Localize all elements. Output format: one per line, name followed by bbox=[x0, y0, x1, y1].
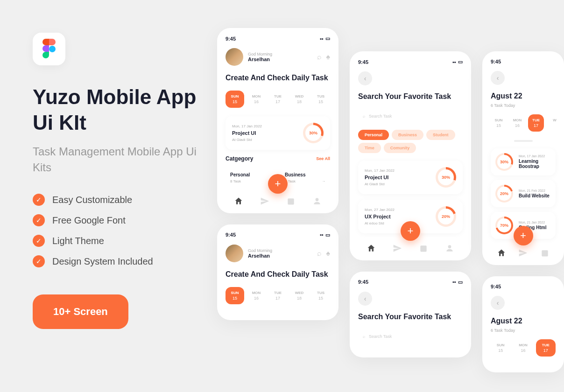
svg-rect-5 bbox=[542, 250, 548, 256]
filter-chip[interactable]: Personal bbox=[358, 130, 389, 140]
drag-handle[interactable] bbox=[514, 140, 533, 142]
home-icon[interactable] bbox=[497, 248, 506, 258]
progress-ring: 70% bbox=[495, 217, 513, 234]
phone-search-2: 9:45▪▪▭ ‹ Search Your Favorite Task ⌕Sea… bbox=[350, 272, 471, 357]
task-row[interactable]: 30%Mon, 17 Jan 2022Learning Boostrap bbox=[491, 148, 556, 175]
svg-point-2 bbox=[316, 198, 319, 201]
day-item[interactable]: SUN15 bbox=[226, 91, 244, 108]
arrow-right-icon: → bbox=[322, 179, 325, 183]
feature-item: ✓Light Theme bbox=[33, 235, 203, 247]
day-item[interactable]: TUE17 bbox=[268, 287, 287, 304]
phone-calendar: 9:45 ‹ Agust 22 6 Task Today SUN15 MON16… bbox=[482, 51, 564, 265]
search-icon[interactable]: ⌕ bbox=[317, 53, 322, 61]
search-input[interactable]: ⌕Search Task bbox=[358, 109, 463, 123]
add-button[interactable]: + bbox=[268, 174, 288, 194]
task-card[interactable]: Mon, 17 Jan 2022Project UIAt Gladi Std30… bbox=[358, 161, 463, 194]
calendar-icon[interactable] bbox=[540, 248, 550, 258]
status-bar: 9:45▪▪▭ bbox=[358, 59, 463, 65]
calendar-title: Agust 22 bbox=[491, 91, 556, 101]
svg-rect-1 bbox=[288, 198, 294, 204]
back-button[interactable]: ‹ bbox=[491, 71, 505, 85]
send-icon[interactable] bbox=[260, 196, 269, 206]
avatar[interactable] bbox=[226, 48, 243, 66]
figma-logo bbox=[33, 33, 65, 65]
search-icon: ⌕ bbox=[363, 334, 365, 339]
profile-icon[interactable] bbox=[312, 196, 322, 206]
see-all-link[interactable]: See All bbox=[316, 156, 330, 161]
calendar-icon[interactable] bbox=[419, 244, 428, 253]
feature-item: ✓Design System Included bbox=[33, 255, 203, 267]
category-item[interactable]: Business6 Task→ bbox=[280, 168, 330, 188]
day-item[interactable]: TUE17 bbox=[528, 114, 544, 132]
product-title: Yuzo Mobile App Ui KIt bbox=[33, 84, 203, 135]
day-item[interactable]: SUN15 bbox=[491, 114, 507, 132]
profile-icon[interactable] bbox=[445, 244, 454, 253]
search-heading: Search Your Favorite Task bbox=[358, 92, 463, 102]
add-button[interactable]: + bbox=[514, 226, 533, 245]
day-item[interactable]: SUN15 bbox=[491, 339, 510, 357]
cta-button[interactable]: 10+ Screen bbox=[33, 294, 128, 329]
task-card[interactable]: Mon, 17 Jan 2022Project UIAt Gladi Std 3… bbox=[226, 116, 330, 150]
filter-chip[interactable]: Comunity bbox=[384, 143, 416, 153]
day-item[interactable]: MON16 bbox=[247, 287, 266, 304]
feature-item: ✓Easy Customizable bbox=[33, 194, 203, 206]
filter-chip[interactable]: Business bbox=[392, 130, 423, 140]
day-item[interactable]: W bbox=[547, 114, 563, 132]
feature-item: ✓Free Google Font bbox=[33, 214, 203, 226]
phone-home-2: 9:45▪▪▭ God MorningArselhan⌕♠ Create And… bbox=[217, 224, 338, 320]
bell-icon[interactable]: ♠ bbox=[326, 53, 331, 61]
day-item[interactable]: TUE17 bbox=[268, 91, 287, 108]
day-item[interactable]: TUS15 bbox=[311, 91, 330, 108]
battery-icon: ▭ bbox=[325, 35, 330, 42]
username: Arselhan bbox=[248, 56, 272, 62]
phone-calendar-2: 9:45 ‹ Agust 22 6 Task Today SUN15 MON16… bbox=[482, 276, 564, 372]
day-item[interactable]: TUE17 bbox=[536, 339, 556, 357]
progress-ring: 30% bbox=[436, 167, 456, 188]
phone-home: 9:45▪▪▭ God MorningArselhan ⌕♠ Create An… bbox=[217, 28, 338, 213]
product-subtitle: Task Management Mobile App Ui Kits bbox=[33, 144, 203, 175]
check-icon: ✓ bbox=[33, 255, 45, 267]
check-icon: ✓ bbox=[33, 235, 45, 247]
greeting: God Morning bbox=[248, 52, 272, 56]
search-icon: ⌕ bbox=[363, 114, 365, 119]
svg-rect-3 bbox=[420, 245, 426, 252]
progress-ring: 20% bbox=[436, 206, 456, 227]
progress-ring: 20% bbox=[495, 185, 513, 203]
day-item[interactable]: WED18 bbox=[290, 287, 309, 304]
status-bar: 9:45▪▪▭ bbox=[226, 35, 330, 42]
home-icon[interactable] bbox=[234, 196, 243, 206]
day-item[interactable]: MON16 bbox=[509, 114, 525, 132]
avatar[interactable] bbox=[226, 245, 243, 262]
check-icon: ✓ bbox=[33, 214, 45, 226]
day-item[interactable]: WED18 bbox=[290, 91, 309, 108]
task-count: 6 Task Today bbox=[491, 103, 556, 108]
task-row[interactable]: 20%Mon, 21 Feb 2022Build Website bbox=[491, 180, 556, 207]
search-icon[interactable]: ⌕ bbox=[317, 249, 322, 258]
signal-icon: ▪▪ bbox=[320, 36, 324, 42]
back-button[interactable]: ‹ bbox=[358, 71, 372, 85]
back-button[interactable]: ‹ bbox=[358, 292, 372, 306]
status-bar: 9:45▪▪▭ bbox=[226, 232, 330, 238]
day-item[interactable]: SUN15 bbox=[226, 287, 244, 304]
back-button[interactable]: ‹ bbox=[491, 296, 505, 310]
category-title: Catgegory bbox=[226, 155, 253, 162]
progress-ring: 30% bbox=[495, 153, 513, 171]
search-input[interactable]: ⌕Search Task bbox=[358, 329, 463, 343]
svg-point-0 bbox=[49, 46, 56, 52]
filter-chip[interactable]: Time bbox=[358, 143, 381, 153]
send-icon[interactable] bbox=[518, 248, 528, 258]
calendar-icon[interactable] bbox=[286, 196, 296, 206]
day-item[interactable]: MON16 bbox=[247, 91, 266, 108]
send-icon[interactable] bbox=[393, 244, 402, 253]
check-icon: ✓ bbox=[33, 194, 45, 206]
add-button[interactable]: + bbox=[401, 221, 420, 241]
svg-point-4 bbox=[448, 245, 451, 248]
home-heading: Create And Check Daily Task bbox=[226, 73, 330, 83]
filter-chip[interactable]: Student bbox=[426, 130, 455, 140]
home-icon[interactable] bbox=[367, 244, 376, 253]
day-item[interactable]: TUS15 bbox=[311, 287, 330, 304]
day-item[interactable]: MON16 bbox=[513, 339, 533, 357]
day-selector: SUN15 MON16 TUE17 WED18 TUS15 bbox=[226, 91, 330, 108]
phone-search: 9:45▪▪▭ ‹ Search Your Favorite Task ⌕Sea… bbox=[350, 51, 471, 260]
bell-icon[interactable]: ♠ bbox=[326, 249, 331, 258]
